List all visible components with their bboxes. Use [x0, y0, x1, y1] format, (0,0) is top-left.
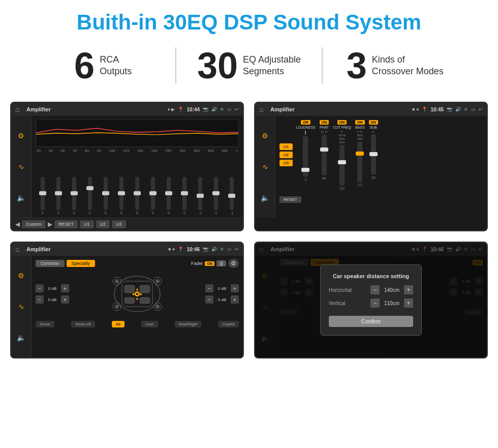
eq-slider-10: 0	[182, 177, 186, 215]
eq-u1-btn[interactable]: U1	[80, 220, 94, 228]
eq-slider-7: 0	[135, 177, 139, 215]
fader-minus2[interactable]: −	[36, 295, 44, 304]
fader-left-col: − 0 dB + − 0 dB +	[36, 284, 69, 304]
screen1-time: 10:44	[186, 107, 200, 112]
specialty-tab[interactable]: Specialty	[67, 260, 96, 267]
car-diagram: ◄ ► ▲ ▼	[107, 271, 168, 317]
cutfreq-val: 3.0	[339, 187, 345, 190]
window3-icon: ▭	[227, 247, 232, 252]
dialog-vertical-row: Vertical − 110cm +	[329, 298, 413, 308]
all-btn[interactable]: All	[112, 321, 124, 327]
window2-icon: ▭	[471, 107, 476, 112]
eq-slider-3: 0	[72, 177, 76, 215]
loudness-on: ON	[301, 120, 310, 125]
eq-slider-8: 0	[151, 177, 155, 215]
user-btn[interactable]: User	[141, 321, 158, 327]
home-icon2[interactable]: ⌂	[259, 105, 267, 113]
eq-slider-9: 0	[167, 177, 171, 215]
cutfreq-slider[interactable]	[339, 145, 345, 186]
svg-text:►: ►	[139, 292, 143, 296]
rearright-btn[interactable]: RearRight	[175, 321, 201, 327]
rearleft-btn[interactable]: RearLeft	[71, 321, 95, 327]
bass-slider[interactable]	[357, 141, 362, 182]
eq-reset-btn[interactable]: RESET	[54, 220, 78, 228]
fader-minus3[interactable]: −	[205, 284, 213, 292]
screen1-title: Amplifier	[26, 106, 164, 112]
fader-area: − 0 dB + − 0 dB +	[36, 271, 239, 317]
u2-preset-btn[interactable]: U2	[279, 152, 293, 158]
fader-on-badge: ON	[205, 261, 214, 266]
eq3-icon[interactable]: ⚙	[18, 272, 24, 280]
horizontal-minus-btn[interactable]: −	[370, 285, 380, 294]
fader-main: Common Specialty Fader ON ||| ⚙ − 0 dB	[32, 256, 243, 357]
eq-slider-1: 0	[41, 177, 45, 215]
sub-slider[interactable]	[371, 134, 376, 175]
eq-custom-btn[interactable]: Custom	[22, 220, 46, 228]
vertical-minus-btn[interactable]: −	[370, 298, 380, 308]
loudness-label: LOUDNESS	[296, 126, 316, 129]
svg-text:◄: ◄	[131, 292, 135, 296]
dots2-icon: ■ ●	[412, 107, 419, 112]
speaker3-icon[interactable]: 🔈	[17, 334, 25, 342]
fader-minus1[interactable]: −	[36, 284, 44, 292]
settings-icon[interactable]: ⚙	[228, 259, 239, 268]
wave2-icon[interactable]: ∿	[262, 163, 268, 171]
u3-preset-btn[interactable]: U3	[279, 160, 293, 166]
svg-point-21	[155, 279, 160, 283]
amp2-main: U1 U2 U3 ON LOUDNESS	[275, 116, 487, 218]
speaker2-icon[interactable]: 🔈	[261, 194, 269, 202]
dialog-overlay: Car speaker distance setting Horizontal …	[255, 243, 487, 357]
copilot-btn[interactable]: Copilot	[218, 321, 239, 327]
screen1-status-bar: ⌂ Amplifier ● ▶ 📍 10:44 📷 🔊 ✕ ▭ ↩	[11, 103, 243, 116]
cutfreq-on: ON	[337, 120, 347, 125]
phat-slider[interactable]	[322, 135, 327, 175]
driver-btn[interactable]: Driver	[36, 321, 54, 327]
fader-val1: 0 dB	[45, 286, 59, 291]
fader-plus2[interactable]: +	[61, 295, 69, 304]
eq-bottom-bar: ◀ Custom ▶ RESET U1 U2 U3	[11, 218, 243, 230]
fader-val4: 0 dB	[215, 297, 229, 302]
loudness-slider[interactable]	[303, 136, 308, 177]
vertical-value-row: − 110cm +	[370, 298, 413, 308]
eq-prev-btn[interactable]: ◀	[15, 221, 20, 228]
home-icon3[interactable]: ⌂	[15, 245, 23, 253]
eq-slider-11: -1	[198, 177, 202, 215]
fader-plus3[interactable]: +	[231, 284, 239, 292]
common-tab[interactable]: Common	[36, 260, 65, 267]
wave-icon[interactable]: ∿	[18, 163, 24, 171]
stat-rca-label: RCA Outputs	[100, 54, 132, 78]
screen2-body: ⚙ ∿ 🔈 U1 U2 U3 ON	[255, 116, 487, 218]
fader-plus4[interactable]: +	[231, 295, 239, 304]
svg-rect-0	[36, 120, 238, 146]
back-icon: ↩	[235, 107, 239, 112]
amp2-reset-btn[interactable]: RESET	[279, 196, 301, 203]
sub-on: ON	[369, 120, 379, 125]
eq-icon[interactable]: ⚙	[18, 132, 24, 140]
back2-icon: ↩	[479, 107, 483, 112]
eq2-icon[interactable]: ⚙	[262, 132, 268, 140]
volume2-icon: 🔊	[455, 107, 461, 112]
svg-point-22	[115, 305, 119, 309]
stat-crossover-label: Kinds of Crossover Modes	[372, 54, 444, 78]
wave3-icon[interactable]: ∿	[18, 303, 24, 311]
eq-slider-4: 5	[88, 177, 92, 215]
cutfreq-label: CUT FREQ	[333, 126, 351, 129]
eq-u3-btn[interactable]: U3	[112, 220, 126, 228]
speaker-icon[interactable]: 🔈	[17, 194, 25, 202]
sub-g: G	[372, 130, 375, 133]
fader-val2: 0 dB	[45, 297, 59, 302]
home-icon[interactable]: ⌂	[15, 105, 23, 113]
stat-rca: 6 RCA Outputs	[30, 47, 176, 84]
horizontal-plus-btn[interactable]: +	[404, 285, 413, 294]
u1-preset-btn[interactable]: U1	[279, 143, 293, 150]
eq-play-btn[interactable]: ▶	[48, 221, 52, 228]
vertical-plus-btn[interactable]: +	[404, 298, 413, 308]
fader-plus1[interactable]: +	[61, 284, 69, 292]
eq-u2-btn[interactable]: U2	[96, 220, 110, 228]
eq-slider-5: 0	[104, 177, 108, 215]
screen3-title: Amplifier	[26, 246, 165, 252]
horizontal-value-row: − 140cm +	[370, 285, 413, 294]
phat-label: PHAT	[320, 126, 329, 129]
fader-minus4[interactable]: −	[205, 295, 213, 304]
confirm-button[interactable]: Confirm	[329, 316, 413, 327]
